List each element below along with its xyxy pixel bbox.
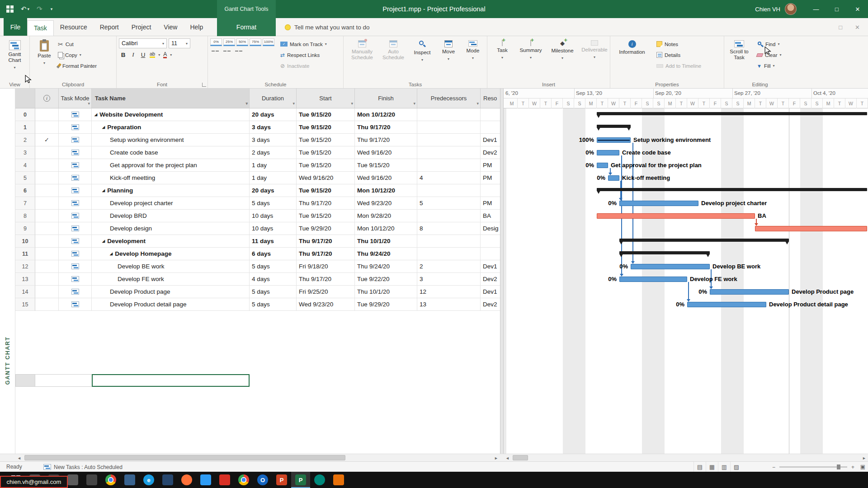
duration-cell[interactable]: 11 days bbox=[250, 235, 297, 248]
row-info-cell[interactable] bbox=[35, 172, 59, 184]
task-name-cell[interactable]: ◢Development bbox=[92, 235, 250, 248]
resources-cell[interactable]: Dev2 bbox=[481, 298, 500, 311]
summary-bar[interactable] bbox=[597, 125, 631, 128]
duration-cell[interactable]: 3 days bbox=[250, 134, 297, 146]
redo-button[interactable]: ↷ bbox=[37, 5, 42, 13]
undo-button[interactable]: ↶▾ bbox=[21, 5, 29, 13]
resources-cell[interactable]: Dev2 bbox=[481, 146, 500, 159]
taskbar-app-vscode-icon[interactable] bbox=[196, 472, 215, 488]
summary-bar[interactable] bbox=[597, 188, 867, 191]
task-name-column-header[interactable]: Task Name ▾ bbox=[92, 89, 250, 108]
duration-cell[interactable]: 3 days bbox=[250, 121, 297, 134]
finish-cell[interactable]: Tue 9/29/20 bbox=[355, 298, 417, 311]
task-mode-cell[interactable] bbox=[59, 286, 92, 298]
taskbar-app-icon-5[interactable] bbox=[120, 472, 139, 488]
task-usage-view-shortcut[interactable]: ▦ bbox=[706, 462, 718, 472]
taskbar-app-project-icon[interactable]: P bbox=[291, 472, 310, 488]
start-cell[interactable]: Thu 9/17/20 bbox=[297, 248, 355, 260]
finish-cell[interactable]: Thu 9/17/20 bbox=[355, 134, 417, 146]
task-mode-column-header[interactable]: Task Mode ▾ bbox=[59, 89, 92, 108]
resources-cell[interactable]: Dev1 bbox=[481, 286, 500, 298]
row-info-cell[interactable] bbox=[35, 273, 59, 286]
row-number[interactable]: 6 bbox=[15, 184, 35, 197]
task-name-cell[interactable]: ◢Preparation bbox=[92, 121, 250, 134]
taskbar-app-powerpoint-icon[interactable]: P bbox=[272, 472, 291, 488]
finish-cell[interactable]: Mon 10/12/20 bbox=[355, 184, 417, 197]
task-mode-cell[interactable] bbox=[59, 134, 92, 146]
predecessors-cell[interactable]: 3 bbox=[417, 273, 481, 286]
filter-arrow-icon[interactable]: ▾ bbox=[88, 100, 90, 107]
task-mode-cell[interactable] bbox=[59, 210, 92, 222]
scroll-to-task-button[interactable]: Scroll to Task bbox=[726, 38, 752, 61]
row-info-cell[interactable] bbox=[35, 260, 59, 273]
resources-cell[interactable]: PM bbox=[481, 197, 500, 210]
taskbar-app-icon-10[interactable] bbox=[310, 472, 329, 488]
row-number[interactable]: 1 bbox=[15, 121, 35, 134]
restore-window-icon[interactable]: □ bbox=[839, 24, 842, 31]
resources-cell[interactable] bbox=[481, 235, 500, 248]
duration-cell[interactable]: 5 days bbox=[250, 298, 297, 311]
filter-arrow-icon[interactable]: ▾ bbox=[476, 100, 479, 107]
start-cell[interactable]: Tue 9/15/20 bbox=[297, 134, 355, 146]
start-cell[interactable]: Fri 9/25/20 bbox=[297, 286, 355, 298]
find-button[interactable]: Find ▾ bbox=[755, 39, 783, 49]
expand-collapse-icon[interactable]: ◢ bbox=[102, 125, 105, 129]
row-number[interactable]: 12 bbox=[15, 260, 35, 273]
customize-quick-access-button[interactable]: ▾ bbox=[50, 7, 53, 11]
task-name-cell[interactable]: Create code base bbox=[92, 146, 250, 159]
finish-cell[interactable]: Tue 9/22/20 bbox=[355, 273, 417, 286]
finish-column-header[interactable]: Finish ▾ bbox=[355, 89, 417, 108]
row-info-cell[interactable] bbox=[35, 159, 59, 172]
resources-cell[interactable] bbox=[481, 184, 500, 197]
tab-view[interactable]: View bbox=[157, 18, 184, 36]
resources-cell[interactable]: BA bbox=[481, 210, 500, 222]
minimize-button[interactable]: — bbox=[806, 0, 826, 18]
insert-summary-button[interactable]: + Summary ▾ bbox=[515, 38, 547, 61]
taskbar-app-icon-4[interactable] bbox=[82, 472, 101, 488]
finish-cell[interactable]: Wed 9/23/20 bbox=[355, 197, 417, 210]
scroll-left-icon[interactable]: ◄ bbox=[15, 454, 23, 462]
finish-cell[interactable]: Thu 9/17/20 bbox=[355, 121, 417, 134]
italic-button[interactable]: I bbox=[130, 51, 137, 58]
filter-arrow-icon[interactable]: ▾ bbox=[245, 100, 248, 107]
task-mode-cell[interactable] bbox=[59, 108, 92, 121]
row-number[interactable]: 0 bbox=[15, 108, 35, 121]
taskbar-app-icon-6[interactable] bbox=[158, 472, 177, 488]
row-info-cell[interactable] bbox=[35, 222, 59, 235]
expand-collapse-icon[interactable]: ◢ bbox=[110, 252, 113, 256]
task-mode-cell[interactable] bbox=[59, 197, 92, 210]
task-name-cell[interactable]: ◢Develop Homepage bbox=[92, 248, 250, 260]
task-mode-cell[interactable] bbox=[59, 222, 92, 235]
duration-cell[interactable]: 20 days bbox=[250, 108, 297, 121]
table-chart-splitter[interactable] bbox=[500, 89, 504, 454]
task-name-cell[interactable]: Develop project charter bbox=[92, 197, 250, 210]
predecessors-cell[interactable] bbox=[417, 134, 481, 146]
percent-complete-button-100[interactable]: 100% bbox=[263, 38, 274, 46]
duration-cell[interactable]: 5 days bbox=[250, 260, 297, 273]
critical-task-bar[interactable] bbox=[597, 213, 755, 219]
row-number[interactable]: 3 bbox=[15, 146, 35, 159]
zoom-in-button[interactable]: + bbox=[851, 464, 854, 470]
start-cell[interactable]: Tue 9/15/20 bbox=[297, 159, 355, 172]
maximize-button[interactable]: □ bbox=[826, 0, 847, 18]
row-info-cell[interactable] bbox=[35, 298, 59, 311]
highlight-color-button[interactable]: ab bbox=[150, 52, 155, 58]
insert-milestone-button[interactable]: ◆+ Milestone ▾ bbox=[547, 38, 578, 61]
fit-view-icon[interactable]: ▣ bbox=[860, 464, 865, 470]
select-all-corner[interactable] bbox=[15, 89, 35, 108]
active-view-bar[interactable]: GANTT CHART bbox=[0, 89, 15, 454]
zoom-out-button[interactable]: − bbox=[772, 464, 775, 470]
task-bar[interactable] bbox=[687, 302, 766, 307]
critical-task-bar[interactable] bbox=[755, 226, 867, 231]
timescale-header[interactable]: 6, '20Sep 13, '20Sep 20, '20Sep 27, '20O… bbox=[504, 89, 868, 108]
row-info-cell[interactable] bbox=[35, 121, 59, 134]
taskbar-app-icon-7[interactable] bbox=[215, 472, 234, 488]
filter-arrow-icon[interactable]: ▾ bbox=[351, 100, 353, 107]
task-bar[interactable] bbox=[619, 201, 698, 206]
start-cell[interactable]: Tue 9/29/20 bbox=[297, 222, 355, 235]
expand-collapse-icon[interactable]: ◢ bbox=[94, 113, 97, 117]
fill-button[interactable]: ▼ Fill ▾ bbox=[755, 61, 783, 70]
bold-button[interactable]: B bbox=[120, 52, 127, 58]
clear-button[interactable]: Clear ▾ bbox=[755, 50, 783, 60]
user-name[interactable]: Chien VH bbox=[755, 6, 780, 13]
